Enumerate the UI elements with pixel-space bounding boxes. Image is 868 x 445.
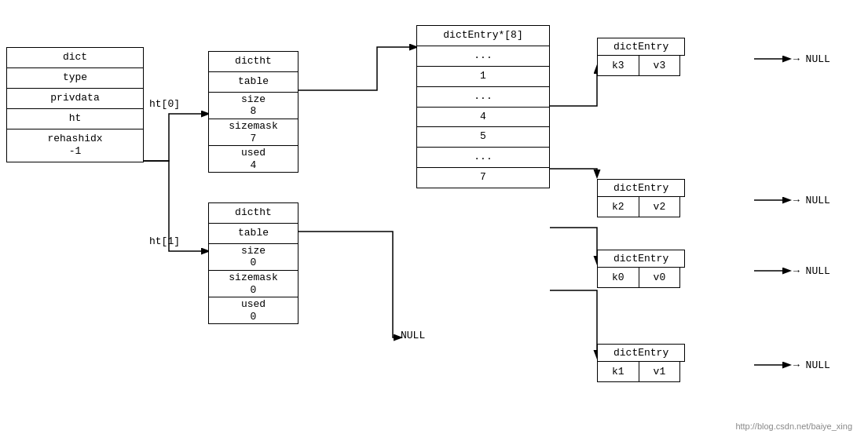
diagram: dict type privdata ht rehashidx-1 ht[0] … [0, 0, 868, 445]
ht0-cell-used: used4 [209, 146, 298, 172]
entry-array-box: dictEntry*[8] ... 1 ... 4 5 ... 7 [416, 25, 550, 188]
null-ht1-label: NULL [401, 330, 425, 341]
dict-cell-type: type [7, 68, 143, 89]
ht1-cell-used: used0 [209, 297, 298, 323]
ht0-cell-size: size8 [209, 93, 298, 119]
ht1-box: dictht table size0 sizemask0 used0 [208, 202, 298, 324]
ht1-label: ht[1] [149, 235, 180, 247]
dict-entry-1: dictEntry k3 v3 [597, 38, 685, 76]
dict-box: dict type privdata ht rehashidx-1 [6, 47, 144, 162]
entry-array-cell-7: 7 [417, 168, 549, 188]
dict-cell-privdata: privdata [7, 89, 143, 109]
dict-entry-4: dictEntry k1 v1 [597, 344, 685, 382]
null-label-1: → NULL [793, 53, 830, 65]
ht0-cell-sizemask: sizemask7 [209, 119, 298, 146]
dict-entry-2: dictEntry k2 v2 [597, 179, 685, 217]
null-label-2: → NULL [793, 195, 830, 206]
ht0-box: dictht table size8 sizemask7 used4 [208, 51, 298, 173]
entry-array-title: dictEntry*[8] [417, 26, 549, 46]
entry-array-cell-4: 4 [417, 108, 549, 128]
entry-array-cell-6: ... [417, 148, 549, 168]
entry-array-cell-5: 5 [417, 127, 549, 148]
entry-array-cell-2: ... [417, 87, 549, 108]
null-label-3: → NULL [793, 265, 830, 277]
entry-array-cell-1: 1 [417, 67, 549, 87]
ht1-cell-table: table [209, 224, 298, 244]
entry-array-cell-0: ... [417, 46, 549, 67]
dict-cell-ht: ht [7, 109, 143, 129]
dict-entry-3: dictEntry k0 v0 [597, 250, 685, 288]
dict-cell-rehashidx: rehashidx-1 [7, 129, 143, 162]
ht1-cell-dictht: dictht [209, 203, 298, 224]
ht1-cell-sizemask: sizemask0 [209, 271, 298, 297]
watermark: http://blog.csdn.net/baiye_xing [735, 421, 852, 431]
ht0-label: ht[0] [149, 98, 180, 110]
ht0-cell-table: table [209, 72, 298, 93]
dict-cell-dict: dict [7, 48, 143, 68]
null-label-4: → NULL [793, 359, 830, 371]
ht1-cell-size: size0 [209, 244, 298, 271]
ht0-cell-dictht: dictht [209, 52, 298, 72]
